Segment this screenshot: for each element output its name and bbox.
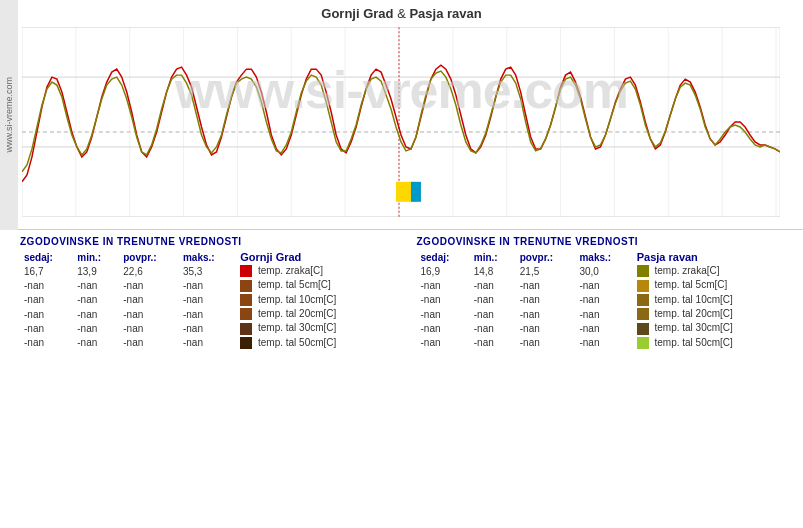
table2-row2-label-text: temp. tal 10cm[C] [654,294,732,305]
svg-text:16 avg: 16 avg [441,220,465,222]
table1: sedaj: min.: povpr.: maks.: Gornji Grad … [20,250,387,350]
table2-row0-label: temp. zraka[C] [633,264,783,278]
table2: sedaj: min.: povpr.: maks.: Pasja ravan … [417,250,784,350]
table1-row4-sedaj: -nan [20,321,73,335]
table1-row5-povpr: -nan [119,336,179,350]
table1-row0-min: 13,9 [73,264,119,278]
table1-row4-label: temp. tal 30cm[C] [236,321,386,335]
table2-row2-label: temp. tal 10cm[C] [633,293,783,307]
table2-header-min: min.: [470,250,516,264]
table-row: -nan -nan -nan -nan temp. tal 5cm[C] [20,278,387,292]
table-row: -nan -nan -nan -nan temp. tal 10cm[C] [417,293,784,307]
table1-header-min: min.: [73,250,119,264]
table2-row1-label: temp. tal 5cm[C] [633,278,783,292]
color-box-icon [637,265,649,277]
table1-section-label: ZGODOVINSKE IN TRENUTNE VREDNOSTI [20,236,387,247]
color-box-icon [637,308,649,320]
bottom-section: ZGODOVINSKE IN TRENUTNE VREDNOSTI sedaj:… [0,230,803,356]
table1-row2-min: -nan [73,293,119,307]
table1-row3-povpr: -nan [119,307,179,321]
table1-row4-min: -nan [73,321,119,335]
table2-row4-povpr: -nan [516,321,576,335]
chart-section: www.si-vreme.com Gornji Grad & Pasja rav… [0,0,803,230]
table2-row0-sedaj: 16,9 [417,264,470,278]
table1-row3-label-text: temp. tal 20cm[C] [258,308,336,319]
table1-station-name: Gornji Grad [236,250,386,264]
table2-block: ZGODOVINSKE IN TRENUTNE VREDNOSTI sedaj:… [417,236,784,350]
table2-row1-maks: -nan [575,278,632,292]
table2-row5-sedaj: -nan [417,336,470,350]
table1-row0-povpr: 22,6 [119,264,179,278]
svg-text:15 avg: 15 avg [387,220,411,222]
color-box-icon [637,323,649,335]
table1-row5-label: temp. tal 50cm[C] [236,336,386,350]
table1-row4-povpr: -nan [119,321,179,335]
table2-row5-label-text: temp. tal 50cm[C] [654,337,732,348]
side-watermark-text: www.si-vreme.com [4,77,14,153]
table2-row2-povpr: -nan [516,293,576,307]
table2-row1-sedaj: -nan [417,278,470,292]
table1-row3-min: -nan [73,307,119,321]
svg-text:13 avg: 13 avg [279,220,303,222]
table-row: 16,7 13,9 22,6 35,3 temp. zraka[C] [20,264,387,278]
table1-station-label: Gornji Grad [240,251,301,263]
table2-header-sedaj: sedaj: [417,250,470,264]
svg-rect-20 [411,182,421,202]
color-box-icon [240,280,252,292]
table1-row1-maks: -nan [179,278,236,292]
svg-text:20 avg: 20 avg [656,220,680,222]
table2-row2-sedaj: -nan [417,293,470,307]
table1-row4-maks: -nan [179,321,236,335]
color-box-icon [240,294,252,306]
table1-header-maks: maks.: [179,250,236,264]
table1-row1-label: temp. tal 5cm[C] [236,278,386,292]
svg-text:12 avg: 12 avg [225,220,249,222]
table2-row3-label: temp. tal 20cm[C] [633,307,783,321]
color-box-icon [240,337,252,349]
svg-text:17 avg: 17 avg [495,220,519,222]
table2-row1-min: -nan [470,278,516,292]
svg-text:21 avg: 21 avg [710,220,734,222]
svg-text:09 avg: 09 avg [64,220,88,222]
table-row: -nan -nan -nan -nan temp. tal 5cm[C] [417,278,784,292]
table1-row4-label-text: temp. tal 30cm[C] [258,322,336,333]
table-row: -nan -nan -nan -nan temp. tal 20cm[C] [20,307,387,321]
table1-row1-sedaj: -nan [20,278,73,292]
table1-row0-sedaj: 16,7 [20,264,73,278]
table1-row0-label-text: temp. zraka[C] [258,265,323,276]
table2-row0-min: 14,8 [470,264,516,278]
chart-title-station1: Gornji Grad [321,6,393,21]
table2-row4-sedaj: -nan [417,321,470,335]
chart-title-station2: Pasja ravan [409,6,481,21]
table2-row0-maks: 30,0 [575,264,632,278]
color-box-icon [240,308,252,320]
svg-text:08 avg: 08 avg [22,220,34,222]
table2-row3-label-text: temp. tal 20cm[C] [654,308,732,319]
table2-row2-min: -nan [470,293,516,307]
table-row: -nan -nan -nan -nan temp. tal 30cm[C] [417,321,784,335]
table2-row3-maks: -nan [575,307,632,321]
table1-row2-label: temp. tal 10cm[C] [236,293,386,307]
table1-header-povpr: povpr.: [119,250,179,264]
table2-row3-povpr: -nan [516,307,576,321]
table2-row3-min: -nan [470,307,516,321]
color-box-icon [240,265,252,277]
table-row: -nan -nan -nan -nan temp. tal 50cm[C] [417,336,784,350]
table1-block: ZGODOVINSKE IN TRENUTNE VREDNOSTI sedaj:… [20,236,387,350]
table1-row5-sedaj: -nan [20,336,73,350]
table-row: -nan -nan -nan -nan temp. tal 30cm[C] [20,321,387,335]
table2-station-name: Pasja ravan [633,250,783,264]
table1-row2-sedaj: -nan [20,293,73,307]
table1-row5-label-text: temp. tal 50cm[C] [258,337,336,348]
table1-row2-maks: -nan [179,293,236,307]
table2-row0-label-text: temp. zraka[C] [654,265,719,276]
color-box-icon [637,280,649,292]
table2-row5-min: -nan [470,336,516,350]
table1-row5-maks: -nan [179,336,236,350]
table1-row3-maks: -nan [179,307,236,321]
table2-header-maks: maks.: [575,250,632,264]
table1-row0-maks: 35,3 [179,264,236,278]
table2-row3-sedaj: -nan [417,307,470,321]
chart-svg: 30 20 08 avg 09 avg 10 avg 11 avg 12 avg… [22,22,780,222]
color-box-icon [240,323,252,335]
